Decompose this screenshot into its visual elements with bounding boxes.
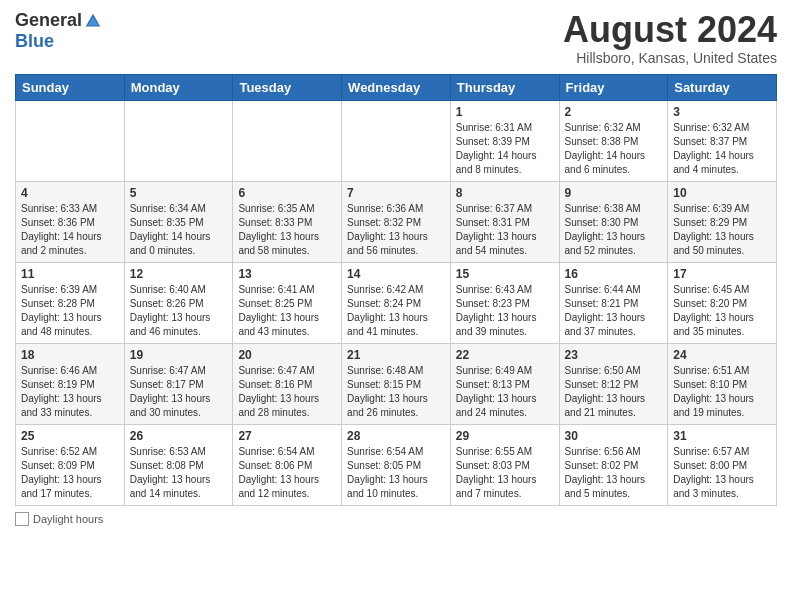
cell-4-6: 31Sunrise: 6:57 AM Sunset: 8:00 PM Dayli… (668, 424, 777, 505)
day-number-4-3: 28 (347, 429, 445, 443)
cell-4-1: 26Sunrise: 6:53 AM Sunset: 8:08 PM Dayli… (124, 424, 233, 505)
day-info-3-1: Sunrise: 6:47 AM Sunset: 8:17 PM Dayligh… (130, 364, 228, 420)
day-number-3-0: 18 (21, 348, 119, 362)
day-number-0-4: 1 (456, 105, 554, 119)
day-info-4-5: Sunrise: 6:56 AM Sunset: 8:02 PM Dayligh… (565, 445, 663, 501)
day-number-2-3: 14 (347, 267, 445, 281)
day-info-2-2: Sunrise: 6:41 AM Sunset: 8:25 PM Dayligh… (238, 283, 336, 339)
cell-2-4: 15Sunrise: 6:43 AM Sunset: 8:23 PM Dayli… (450, 262, 559, 343)
cell-0-1 (124, 100, 233, 181)
day-info-2-4: Sunrise: 6:43 AM Sunset: 8:23 PM Dayligh… (456, 283, 554, 339)
day-number-4-0: 25 (21, 429, 119, 443)
calendar-table: Sunday Monday Tuesday Wednesday Thursday… (15, 74, 777, 506)
day-number-4-2: 27 (238, 429, 336, 443)
day-number-2-4: 15 (456, 267, 554, 281)
day-number-3-6: 24 (673, 348, 771, 362)
cell-1-5: 9Sunrise: 6:38 AM Sunset: 8:30 PM Daylig… (559, 181, 668, 262)
cell-4-4: 29Sunrise: 6:55 AM Sunset: 8:03 PM Dayli… (450, 424, 559, 505)
day-info-2-1: Sunrise: 6:40 AM Sunset: 8:26 PM Dayligh… (130, 283, 228, 339)
cell-2-3: 14Sunrise: 6:42 AM Sunset: 8:24 PM Dayli… (342, 262, 451, 343)
logo-blue-text: Blue (15, 31, 54, 52)
day-info-2-3: Sunrise: 6:42 AM Sunset: 8:24 PM Dayligh… (347, 283, 445, 339)
day-info-1-4: Sunrise: 6:37 AM Sunset: 8:31 PM Dayligh… (456, 202, 554, 258)
cell-3-3: 21Sunrise: 6:48 AM Sunset: 8:15 PM Dayli… (342, 343, 451, 424)
logo-icon (84, 12, 102, 30)
week-row-2: 11Sunrise: 6:39 AM Sunset: 8:28 PM Dayli… (16, 262, 777, 343)
day-info-0-4: Sunrise: 6:31 AM Sunset: 8:39 PM Dayligh… (456, 121, 554, 177)
header: General Blue August 2024 Hillsboro, Kans… (15, 10, 777, 66)
cell-0-5: 2Sunrise: 6:32 AM Sunset: 8:38 PM Daylig… (559, 100, 668, 181)
day-number-4-4: 29 (456, 429, 554, 443)
cell-1-1: 5Sunrise: 6:34 AM Sunset: 8:35 PM Daylig… (124, 181, 233, 262)
header-thursday: Thursday (450, 74, 559, 100)
header-tuesday: Tuesday (233, 74, 342, 100)
cell-3-5: 23Sunrise: 6:50 AM Sunset: 8:12 PM Dayli… (559, 343, 668, 424)
day-info-0-6: Sunrise: 6:32 AM Sunset: 8:37 PM Dayligh… (673, 121, 771, 177)
title-section: August 2024 Hillsboro, Kansas, United St… (563, 10, 777, 66)
day-number-1-1: 5 (130, 186, 228, 200)
day-info-1-1: Sunrise: 6:34 AM Sunset: 8:35 PM Dayligh… (130, 202, 228, 258)
header-saturday: Saturday (668, 74, 777, 100)
day-info-4-2: Sunrise: 6:54 AM Sunset: 8:06 PM Dayligh… (238, 445, 336, 501)
logo-general-text: General (15, 10, 82, 31)
day-info-2-5: Sunrise: 6:44 AM Sunset: 8:21 PM Dayligh… (565, 283, 663, 339)
header-monday: Monday (124, 74, 233, 100)
cell-1-4: 8Sunrise: 6:37 AM Sunset: 8:31 PM Daylig… (450, 181, 559, 262)
cell-3-6: 24Sunrise: 6:51 AM Sunset: 8:10 PM Dayli… (668, 343, 777, 424)
day-info-4-0: Sunrise: 6:52 AM Sunset: 8:09 PM Dayligh… (21, 445, 119, 501)
daylight-label: Daylight hours (33, 513, 103, 525)
week-row-4: 25Sunrise: 6:52 AM Sunset: 8:09 PM Dayli… (16, 424, 777, 505)
day-number-1-0: 4 (21, 186, 119, 200)
logo: General Blue (15, 10, 102, 52)
day-info-1-2: Sunrise: 6:35 AM Sunset: 8:33 PM Dayligh… (238, 202, 336, 258)
cell-4-5: 30Sunrise: 6:56 AM Sunset: 8:02 PM Dayli… (559, 424, 668, 505)
day-number-4-1: 26 (130, 429, 228, 443)
day-info-4-4: Sunrise: 6:55 AM Sunset: 8:03 PM Dayligh… (456, 445, 554, 501)
day-info-3-5: Sunrise: 6:50 AM Sunset: 8:12 PM Dayligh… (565, 364, 663, 420)
cell-4-2: 27Sunrise: 6:54 AM Sunset: 8:06 PM Dayli… (233, 424, 342, 505)
cell-3-0: 18Sunrise: 6:46 AM Sunset: 8:19 PM Dayli… (16, 343, 125, 424)
day-info-3-6: Sunrise: 6:51 AM Sunset: 8:10 PM Dayligh… (673, 364, 771, 420)
day-info-4-1: Sunrise: 6:53 AM Sunset: 8:08 PM Dayligh… (130, 445, 228, 501)
day-number-1-2: 6 (238, 186, 336, 200)
page: General Blue August 2024 Hillsboro, Kans… (0, 0, 792, 612)
cell-2-5: 16Sunrise: 6:44 AM Sunset: 8:21 PM Dayli… (559, 262, 668, 343)
week-row-3: 18Sunrise: 6:46 AM Sunset: 8:19 PM Dayli… (16, 343, 777, 424)
day-number-3-1: 19 (130, 348, 228, 362)
day-info-4-3: Sunrise: 6:54 AM Sunset: 8:05 PM Dayligh… (347, 445, 445, 501)
day-number-2-2: 13 (238, 267, 336, 281)
day-info-1-6: Sunrise: 6:39 AM Sunset: 8:29 PM Dayligh… (673, 202, 771, 258)
day-number-1-5: 9 (565, 186, 663, 200)
cell-0-3 (342, 100, 451, 181)
header-friday: Friday (559, 74, 668, 100)
cell-4-3: 28Sunrise: 6:54 AM Sunset: 8:05 PM Dayli… (342, 424, 451, 505)
cell-1-0: 4Sunrise: 6:33 AM Sunset: 8:36 PM Daylig… (16, 181, 125, 262)
week-row-1: 4Sunrise: 6:33 AM Sunset: 8:36 PM Daylig… (16, 181, 777, 262)
calendar-header-row: Sunday Monday Tuesday Wednesday Thursday… (16, 74, 777, 100)
day-number-3-5: 23 (565, 348, 663, 362)
day-number-3-4: 22 (456, 348, 554, 362)
cell-0-4: 1Sunrise: 6:31 AM Sunset: 8:39 PM Daylig… (450, 100, 559, 181)
cell-0-0 (16, 100, 125, 181)
month-title: August 2024 (563, 10, 777, 50)
day-number-4-5: 30 (565, 429, 663, 443)
header-sunday: Sunday (16, 74, 125, 100)
cell-2-1: 12Sunrise: 6:40 AM Sunset: 8:26 PM Dayli… (124, 262, 233, 343)
cell-4-0: 25Sunrise: 6:52 AM Sunset: 8:09 PM Dayli… (16, 424, 125, 505)
day-info-0-5: Sunrise: 6:32 AM Sunset: 8:38 PM Dayligh… (565, 121, 663, 177)
day-number-2-1: 12 (130, 267, 228, 281)
cell-1-3: 7Sunrise: 6:36 AM Sunset: 8:32 PM Daylig… (342, 181, 451, 262)
day-info-1-3: Sunrise: 6:36 AM Sunset: 8:32 PM Dayligh… (347, 202, 445, 258)
day-info-3-4: Sunrise: 6:49 AM Sunset: 8:13 PM Dayligh… (456, 364, 554, 420)
cell-2-0: 11Sunrise: 6:39 AM Sunset: 8:28 PM Dayli… (16, 262, 125, 343)
cell-3-2: 20Sunrise: 6:47 AM Sunset: 8:16 PM Dayli… (233, 343, 342, 424)
cell-3-1: 19Sunrise: 6:47 AM Sunset: 8:17 PM Dayli… (124, 343, 233, 424)
day-number-1-4: 8 (456, 186, 554, 200)
day-number-1-3: 7 (347, 186, 445, 200)
day-info-4-6: Sunrise: 6:57 AM Sunset: 8:00 PM Dayligh… (673, 445, 771, 501)
footer: Daylight hours (15, 512, 777, 526)
day-info-3-3: Sunrise: 6:48 AM Sunset: 8:15 PM Dayligh… (347, 364, 445, 420)
day-number-0-6: 3 (673, 105, 771, 119)
cell-3-4: 22Sunrise: 6:49 AM Sunset: 8:13 PM Dayli… (450, 343, 559, 424)
day-number-2-5: 16 (565, 267, 663, 281)
